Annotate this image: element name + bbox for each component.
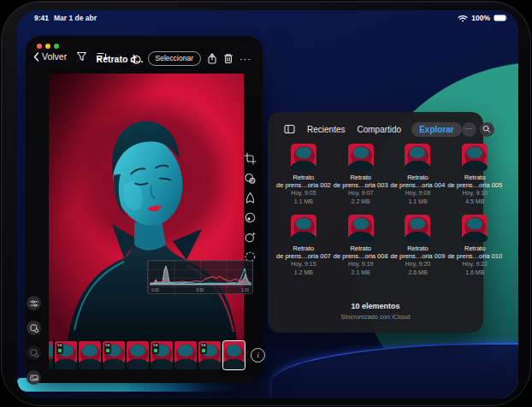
export-button[interactable] [27,321,41,335]
status-bar: 9:41 Mar 1 de abr 100% [17,13,518,25]
search-icon [482,125,491,133]
rating-badge: 3★ [152,343,159,354]
filmstrip-thumbnail[interactable]: 3★ [55,341,77,369]
file-thumbnail[interactable] [405,215,430,242]
file-item[interactable]: Retratode prens…oria 005 Hoy, 9:10 4.5 M… [447,144,502,205]
file-item[interactable]: Retratode prens…oria 007 Hoy, 9:15 1.2 M… [276,215,331,276]
histogram-tick: 0.00 [151,288,159,292]
file-name: Retratode prens…oria 003 [334,174,388,189]
editor-side-buttons [27,296,41,385]
status-date: Mar 1 de abr [54,14,97,22]
filmstrip-thumbnail[interactable]: 3★ [198,341,221,369]
battery-percent: 100% [471,14,490,22]
edited-indicator [202,349,205,352]
share-icon[interactable] [207,53,217,64]
rating-badge-label: 3★ [105,344,110,347]
minimize-window-button[interactable] [45,44,50,49]
more-options-button[interactable]: ··· [239,55,251,63]
rating-badge-label: 3★ [57,344,62,347]
photo-editor-window: Volver Retrato d... Seleccionar [26,36,263,383]
sidebar-toggle-icon[interactable] [284,124,295,134]
filmstrip-thumbnail[interactable] [174,341,197,369]
editor-toolbar: Volver Retrato d... Seleccionar [26,51,263,68]
files-tab[interactable]: Compartido [355,122,403,137]
file-item[interactable]: Retratode prens…oria 003 Hoy, 9:07 2.2 M… [334,144,388,205]
filmstrip-thumbnail[interactable] [222,340,245,370]
trash-icon[interactable] [223,53,233,64]
files-tabs: RecientesCompartidoExplorar [305,122,462,137]
file-item[interactable]: Retratode prens…oria 010 Hoy, 9:22 1.6 M… [447,215,502,276]
histogram-ticks: 0.00 0.50 1.00 [151,288,249,292]
filmstrip-thumbnail[interactable]: 3★ [103,341,125,369]
file-thumbnail[interactable] [291,215,316,242]
rating-badge-label: 3★ [153,344,158,347]
file-name: Retratode prens…oria 005 [447,174,502,189]
filter-funnel-icon[interactable] [76,51,87,62]
file-item[interactable]: Retratode prens…oria 008 Hoy, 9:19 2.1 M… [334,215,388,276]
screen: 9:41 Mar 1 de abr 100% [17,10,518,398]
icloud-sync-status: Sincronizado con iCloud [268,313,483,321]
adjustments-button[interactable] [27,296,41,310]
file-name: Retratode prens…oria 007 [276,245,331,260]
edited-photo-canvas[interactable] [49,74,244,340]
crop-transform-icon[interactable] [244,152,257,165]
file-thumbnail[interactable] [462,215,488,242]
files-tab[interactable]: Recientes [305,122,346,137]
export-alt-button[interactable] [27,345,41,360]
file-item[interactable]: Retratode prens…oria 004 Hoy, 9:09 1.1 M… [391,144,446,205]
file-size: 2.1 MB [352,269,370,277]
file-name: Retratode prens…oria 002 [276,174,331,189]
gallery-button[interactable] [27,370,41,385]
editor-tools-sidebar [243,152,257,263]
edited-indicator [58,349,62,352]
file-time: Hoy, 9:10 [463,190,488,198]
file-thumbnail[interactable] [405,144,430,171]
window-traffic-lights[interactable] [37,44,59,49]
rating-badge: 3★ [200,343,207,354]
rating-badge: 3★ [104,343,111,354]
filmstrip-thumbnail[interactable] [49,341,53,369]
file-size: 1.1 MB [408,198,427,206]
files-more-button[interactable]: ··· [462,122,476,137]
filters-icon[interactable] [244,172,257,185]
file-item[interactable]: Retratode prens…oria 002 Hoy, 9:05 1.1 M… [276,144,331,205]
info-button[interactable]: i [251,348,265,363]
ellipsis-icon: ··· [465,127,474,132]
file-thumbnail[interactable] [348,215,374,242]
file-size: 1.2 MB [294,269,313,277]
file-name: Retratode prens…oria 009 [391,245,446,260]
rating-badge: 3★ [56,343,63,354]
files-tab[interactable]: Explorar [411,122,462,137]
search-button[interactable] [480,122,494,137]
battery-icon [494,15,508,21]
select-button[interactable]: Seleccionar [148,51,201,66]
close-window-button[interactable] [37,44,42,49]
file-thumbnail[interactable] [291,144,316,171]
zoom-window-button[interactable] [54,44,59,49]
files-footer: 10 elementos Sincronizado con iCloud [268,302,483,321]
filmstrip-thumbnail[interactable] [79,341,101,369]
file-thumbnail[interactable] [462,144,488,171]
color-icon[interactable] [244,211,257,224]
filmstrip-thumbnail[interactable] [127,341,149,369]
file-thumbnail[interactable] [348,144,374,171]
effects-icon[interactable] [244,231,257,244]
filmstrip-thumbnail[interactable]: 3★ [151,341,173,369]
rating-badge-label: 3★ [201,344,206,347]
file-item[interactable]: Retratode prens…oria 009 Hoy, 9:20 2.6 M… [391,215,446,276]
file-time: Hoy, 9:19 [348,261,373,268]
curves-icon[interactable] [244,192,257,204]
files-browser-panel: RecientesCompartidoExplorar ··· Retratod… [268,112,483,333]
back-button[interactable]: Volver [33,51,67,62]
item-count: 10 elementos [268,302,483,310]
file-time: Hoy, 9:07 [348,190,373,198]
histogram-overlay: 0.00 0.50 1.00 [147,260,253,294]
edited-indicator [106,349,109,352]
undo-icon[interactable] [131,54,142,64]
file-time: Hoy, 9:15 [291,261,316,268]
file-time: Hoy, 9:20 [405,261,430,268]
histogram-tick: 1.00 [241,288,249,292]
file-size: 4.5 MB [465,198,484,206]
filmstrip: 3★ 3★ [49,340,265,369]
file-size: 1.6 MB [465,269,484,277]
